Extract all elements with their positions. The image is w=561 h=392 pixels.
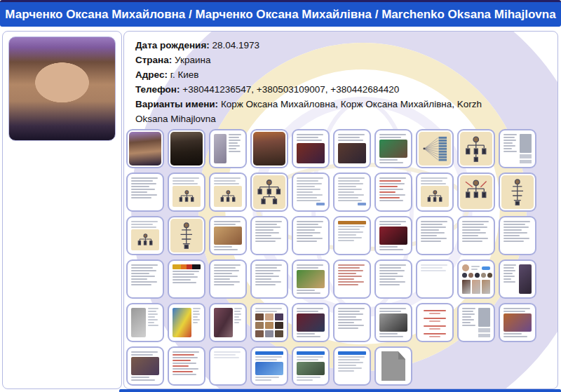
tree-thumbnail-19[interactable] [457,173,495,212]
embedded-image [297,362,325,375]
profile-field-address: Адрес: г. Киев [135,67,517,82]
video-thumbnail-42[interactable] [168,303,205,342]
embedded-image [379,227,407,245]
doc-text-lines [336,262,368,296]
docimg-thumbnail-7[interactable] [374,129,412,168]
docimg-thumbnail-51[interactable] [126,346,164,386]
docimg-thumbnail-6[interactable] [333,129,371,168]
photo-thumbnail-4[interactable] [250,129,288,168]
embedded-image [297,270,325,288]
profile-title-bar: Марченко Оксана Михайловна / Марченко Ок… [0,0,561,27]
family-tree-diagram [173,186,201,207]
fan-diagram [419,132,451,165]
tree-thumbnail-20[interactable] [499,173,536,212]
doc-thumbnail-46[interactable] [333,303,371,342]
family-tree-diagram [170,219,203,252]
doc-text-lines [129,262,161,296]
doc-text-lines [460,219,492,252]
headdoc-thumbnail-54[interactable] [250,346,288,386]
photo-image [253,132,285,165]
docblank-thumbnail-53[interactable] [209,346,247,386]
doc-thumbnail-25[interactable] [292,216,330,255]
field-value: г. Киев [170,69,199,80]
docimg-thumbnail-47[interactable] [374,303,412,342]
gray-diagram [478,308,490,337]
doc-thumbnail-28[interactable] [416,216,454,255]
avatar [462,264,469,271]
formred-thumbnail-52[interactable] [168,346,205,386]
doctree-thumbnail-12[interactable] [168,173,205,212]
docimg-thumbnail-35[interactable] [292,259,330,299]
docimg-thumbnail-27[interactable] [374,216,412,255]
family-tree-diagram [214,186,242,207]
doc-thumbnail-33[interactable] [209,259,247,299]
doc-thumbnail-29[interactable] [457,216,495,255]
page-title: Марченко Оксана Михайловна / Марченко Ок… [5,8,555,22]
docimg-thumbnail-23[interactable] [209,216,247,255]
docblank-thumbnail-38[interactable] [416,259,454,299]
color-scale-bar [173,264,201,269]
embedded-image [214,134,227,163]
docred-thumbnail-36[interactable] [333,259,371,299]
docimg-thumbnail-45[interactable] [292,303,330,342]
embedded-image [297,143,325,163]
graydoc-thumbnail-41[interactable] [126,303,164,342]
insta-thumbnail-39[interactable] [457,259,495,299]
embedded-image [131,357,159,375]
docdiag-thumbnail-10[interactable] [499,129,536,168]
video-thumbnail-43[interactable] [209,303,247,342]
doc-text-lines [253,262,285,296]
photo-image [129,132,161,165]
embedded-image [255,362,283,375]
redtree-thumbnail-48[interactable] [416,303,454,342]
doc-text-lines [129,175,161,209]
headdoc-thumbnail-26[interactable] [333,216,371,255]
doc-text-lines [336,306,368,339]
photo-image [170,132,203,165]
docdiag-thumbnail-49[interactable] [457,303,495,342]
file-thumbnail-57[interactable] [374,346,412,386]
family-tree-diagram [421,186,449,207]
photo-thumbnail-2[interactable] [168,129,205,168]
docimg-thumbnail-5[interactable] [292,129,330,168]
form-thumbnail-16[interactable] [333,173,371,212]
doc-thumbnail-31[interactable] [126,259,164,299]
profile-content-card: Дата рождения: 28.04.1973 Страна: Украин… [123,31,558,389]
doc-thumbnail-37[interactable] [374,259,412,299]
instagrid-thumbnail-44[interactable] [250,303,288,342]
photo-thumbnail-1[interactable] [126,129,164,168]
field-label: Варианты имени: [135,99,218,109]
docimg-thumbnail-50[interactable] [499,303,536,342]
doc-thumbnail-30[interactable] [499,216,536,255]
tree-thumbnail-14[interactable] [250,173,288,212]
form-thumbnail-15[interactable] [292,173,330,212]
doc-thumbnail-24[interactable] [250,216,288,255]
headdoc-thumbnail-56[interactable] [333,346,371,386]
doc-thumbnail-34[interactable] [250,259,288,299]
dossier-page: { "header": { "title": "Марченко Оксана … [0,0,561,392]
doctree-thumbnail-18[interactable] [416,173,454,212]
doc-text-lines [419,219,451,252]
doctree-thumbnail-13[interactable] [209,173,247,212]
red-tree-diagram [419,306,451,339]
embedded-image [338,143,366,163]
docimg-thumbnail-40[interactable] [499,259,536,299]
gray-diagram [520,134,532,163]
formred-thumbnail-17[interactable] [374,173,412,212]
attachments-grid [124,129,557,386]
doc-thumbnail-11[interactable] [126,173,164,212]
profile-photo[interactable] [8,36,116,141]
field-value: 28.04.1973 [212,40,260,50]
doc-text-lines [377,262,410,296]
colorbar-thumbnail-32[interactable] [168,259,205,299]
fan-thumbnail-8[interactable] [416,129,454,168]
tree-thumbnail-9[interactable] [457,129,495,168]
family-tree-diagram [501,175,534,209]
doctree-thumbnail-21[interactable] [126,216,164,255]
headdoc-thumbnail-55[interactable] [292,346,330,386]
docimg-thumbnail-3[interactable] [209,129,247,168]
doc-text-lines [295,219,327,252]
doc-text-lines [212,262,244,296]
doc-text-lines [419,262,451,296]
tree-thumbnail-22[interactable] [168,216,205,255]
